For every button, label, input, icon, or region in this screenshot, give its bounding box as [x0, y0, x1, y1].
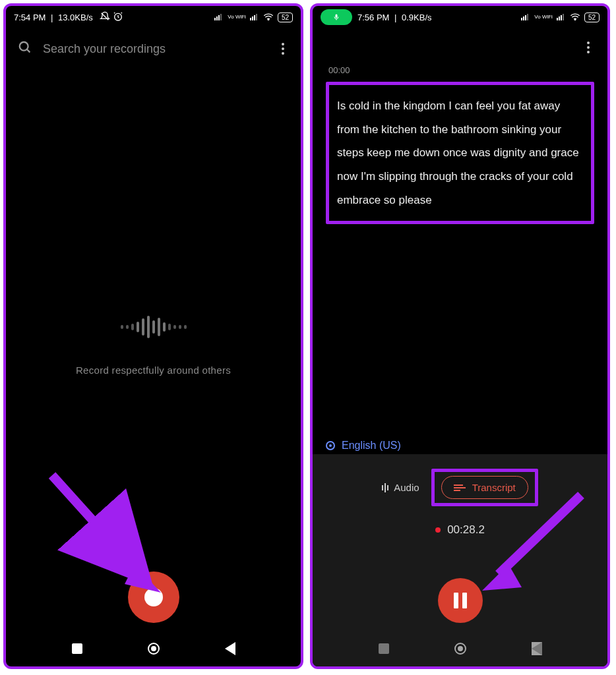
transcript-area: 00:00 Is cold in the kingdom I can feel …	[313, 53, 607, 224]
svg-rect-17	[525, 15, 526, 20]
status-net: 13.0KB/s	[58, 13, 93, 22]
signal-icon-2	[557, 13, 566, 22]
nav-recents-icon[interactable]	[379, 643, 389, 654]
target-icon	[326, 441, 335, 450]
status-time: 7:56 PM	[357, 13, 389, 22]
timer-value: 00:28.2	[447, 523, 485, 537]
status-net: 0.9KB/s	[402, 13, 432, 22]
svg-rect-20	[559, 16, 560, 20]
search-input[interactable]: Search your recordings	[43, 42, 266, 56]
bell-off-icon	[100, 11, 110, 24]
signal-icon	[521, 13, 530, 22]
svg-rect-16	[523, 16, 524, 20]
status-bar: 7:54 PM | 13.0KB/s Vo WiFi 52	[6, 6, 301, 28]
alarm-icon	[113, 11, 123, 24]
svg-rect-6	[252, 16, 253, 20]
nav-recents-icon[interactable]	[72, 643, 82, 654]
status-bar: 7:56 PM | 0.9KB/s Vo WiFi 52	[313, 6, 607, 28]
pause-bar-icon	[454, 593, 458, 608]
svg-point-9	[268, 20, 268, 20]
search-row: Search your recordings	[6, 28, 301, 64]
vowifi-label: Vo WiFi	[228, 15, 246, 20]
battery-indicator: 52	[584, 13, 600, 22]
svg-rect-8	[256, 14, 257, 20]
nav-home-icon[interactable]	[454, 643, 466, 655]
status-left: 7:56 PM | 0.9KB/s	[321, 9, 432, 25]
svg-point-23	[574, 20, 575, 20]
status-right: Vo WiFi 52	[521, 13, 600, 22]
svg-rect-2	[216, 16, 218, 20]
svg-rect-5	[250, 18, 251, 20]
svg-rect-15	[521, 18, 522, 20]
phone-left: 7:54 PM | 13.0KB/s Vo WiFi 52	[3, 3, 303, 669]
phone-right: 7:56 PM | 0.9KB/s Vo WiFi 52 00:00 Is co…	[310, 3, 610, 669]
more-menu-icon[interactable]	[582, 42, 594, 53]
transcript-text[interactable]: Is cold in the kingdom I can feel you fa…	[337, 100, 579, 206]
header-row	[313, 28, 607, 53]
nav-home-icon[interactable]	[148, 643, 160, 655]
svg-rect-21	[561, 15, 562, 20]
android-nav-bar	[313, 631, 607, 666]
wifi-icon	[263, 13, 274, 22]
svg-rect-22	[563, 14, 564, 20]
audio-bars-icon	[382, 483, 388, 492]
vowifi-label: Vo WiFi	[534, 15, 553, 20]
transcript-tab-highlight: Transcript	[431, 469, 538, 506]
svg-point-10	[20, 42, 28, 51]
battery-indicator: 52	[278, 13, 293, 22]
waveform-icon	[121, 316, 187, 338]
nav-back-icon[interactable]	[225, 642, 235, 655]
svg-rect-4	[220, 14, 222, 20]
transcript-lines-icon	[454, 484, 466, 491]
recording-dot-icon	[435, 527, 441, 533]
signal-icon-2	[250, 13, 259, 22]
svg-rect-3	[218, 15, 220, 20]
signal-icon	[214, 13, 224, 22]
svg-rect-7	[254, 15, 255, 20]
wifi-icon	[570, 13, 580, 22]
status-right: Vo WiFi 52	[214, 13, 293, 22]
status-time: 7:54 PM	[14, 13, 46, 22]
recording-timer: 00:28.2	[435, 523, 485, 537]
android-nav-bar	[6, 631, 301, 666]
language-selector[interactable]: English (US)	[326, 440, 401, 452]
pause-button[interactable]	[438, 578, 483, 623]
transcript-timestamp: 00:00	[328, 65, 594, 75]
record-button[interactable]	[128, 572, 179, 623]
record-dot-icon	[144, 588, 163, 606]
transcript-tab-label: Transcript	[472, 482, 516, 493]
hint-text: Record respectfully around others	[76, 365, 231, 376]
language-label: English (US)	[342, 440, 401, 452]
more-menu-icon[interactable]	[277, 43, 289, 55]
audio-tab-label: Audio	[394, 482, 419, 493]
transcript-text-highlight: Is cold in the kingdom I can feel you fa…	[326, 82, 594, 224]
mic-active-pill[interactable]	[321, 9, 352, 25]
audio-tab[interactable]: Audio	[382, 482, 419, 493]
transcript-tab[interactable]: Transcript	[441, 476, 528, 499]
svg-rect-1	[214, 18, 216, 20]
search-icon[interactable]	[18, 40, 32, 57]
svg-rect-14	[336, 15, 338, 18]
pause-bar-icon	[462, 593, 467, 608]
nav-back-icon[interactable]	[532, 642, 542, 655]
svg-rect-18	[527, 14, 528, 20]
view-tabs: Audio Transcript	[382, 469, 538, 506]
svg-rect-19	[557, 18, 558, 20]
status-left: 7:54 PM | 13.0KB/s	[14, 11, 123, 24]
